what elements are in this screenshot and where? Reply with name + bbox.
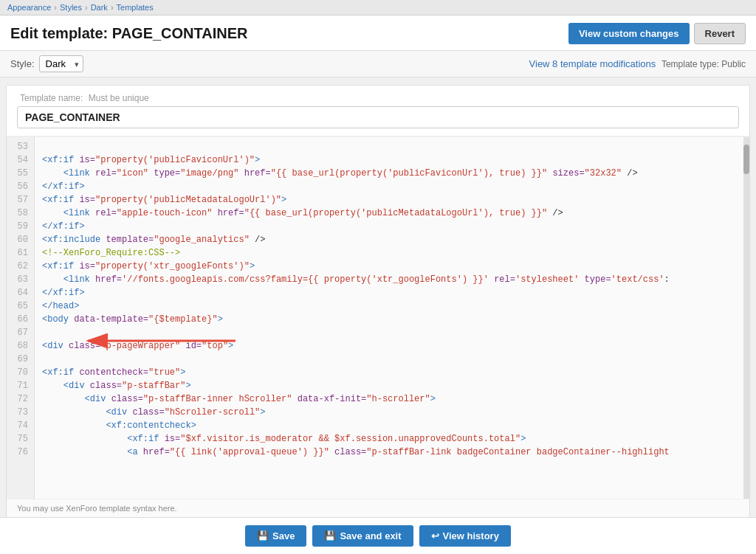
template-name-input[interactable] [17,106,739,128]
code-editor-inner[interactable]: 5354555657585960616263646566676869707172… [7,137,749,499]
editor-scrollbar-thumb [743,145,749,174]
template-name-section: Template name: Must be unique [7,86,749,136]
style-label: Style: [10,58,35,69]
template-type: Template type: Public [662,59,746,69]
template-mod-link[interactable]: View 8 template modifications [529,58,656,69]
view-custom-changes-button[interactable]: View custom changes [568,23,690,44]
breadcrumb: Appearance › Styles › Dark › Templates [0,0,756,15]
page-header: Edit template: PAGE_CONTAINER View custo… [0,15,756,51]
sub-header: Style: Dark View 8 template modification… [0,51,756,77]
main-content: Template name: Must be unique 5354555657… [6,85,750,518]
code-editor: 5354555657585960616263646566676869707172… [7,136,749,499]
template-mod-info: View 8 template modifications Template t… [529,58,746,69]
style-select-wrap: Dark [39,55,83,72]
breadcrumb-sep-2: › [85,3,88,12]
breadcrumb-templates[interactable]: Templates [117,3,154,12]
breadcrumb-sep-1: › [54,3,57,12]
template-name-hint: Must be unique [89,93,149,103]
code-lines[interactable]: <xf:if is="property('publicFaviconUrl')"… [35,137,749,499]
editor-hint: You may use XenForo template syntax here… [7,499,749,517]
breadcrumb-styles[interactable]: Styles [60,3,82,12]
page-footer: 💾 Save 💾 Save and exit ↩ View history [0,517,756,525]
header-buttons: View custom changes Revert [568,23,746,44]
style-selector: Style: Dark [10,55,83,72]
editor-scrollbar[interactable] [743,137,749,499]
style-dropdown[interactable]: Dark [39,55,83,72]
line-numbers: 5354555657585960616263646566676869707172… [7,137,35,499]
template-name-label: Template name: Must be unique [17,93,739,103]
breadcrumb-dark[interactable]: Dark [91,3,108,12]
breadcrumb-appearance[interactable]: Appearance [7,3,51,12]
breadcrumb-sep-3: › [111,3,114,12]
page-title: Edit template: PAGE_CONTAINER [10,25,248,42]
revert-button[interactable]: Revert [694,23,746,44]
